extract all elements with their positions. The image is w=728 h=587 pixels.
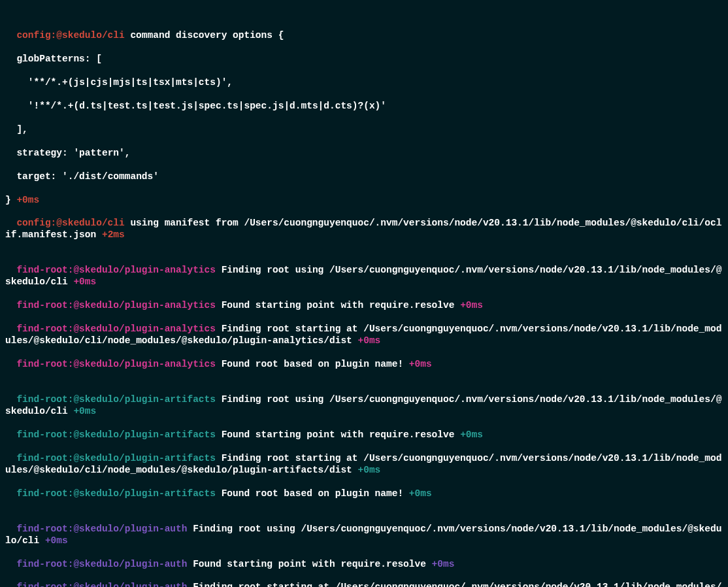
timestamp: +0ms [409, 488, 432, 499]
timestamp: +2ms [102, 229, 125, 240]
timestamp: +0ms [358, 465, 381, 475]
log-line: find-root:@skedulo/plugin-analytics Foun… [5, 359, 723, 371]
log-line: find-root:@skedulo/plugin-analytics Find… [5, 265, 723, 288]
namespace-config: config:@skedulo/cli [16, 30, 124, 41]
log-line: find-root:@skedulo/plugin-artifacts Find… [5, 453, 723, 477]
namespace-analytics: find-root:@skedulo/plugin-analytics [16, 265, 216, 275]
timestamp: +0ms [73, 277, 96, 287]
log-line: } +0ms [5, 195, 723, 207]
log-line: find-root:@skedulo/plugin-artifacts Foun… [5, 488, 723, 500]
log-line: find-root:@skedulo/plugin-auth Finding r… [5, 524, 723, 547]
timestamp: +0ms [16, 195, 39, 205]
namespace-artifacts: find-root:@skedulo/plugin-artifacts [16, 394, 216, 405]
log-line: '!**/*.+(d.ts|test.ts|test.js|spec.ts|sp… [5, 101, 723, 112]
log-line: strategy: 'pattern', [5, 148, 723, 159]
log-line: find-root:@skedulo/plugin-artifacts Foun… [5, 429, 723, 441]
timestamp: +0ms [409, 359, 432, 369]
log-line: ], [5, 124, 723, 136]
log-line: find-root:@skedulo/plugin-auth Found sta… [5, 559, 723, 571]
log-line: target: './dist/commands' [5, 171, 723, 183]
namespace-config: config:@skedulo/cli [16, 218, 124, 228]
log-line: config:@skedulo/cli using manifest from … [5, 218, 723, 241]
log-line: '**/*.+(js|cjs|mjs|ts|tsx|mts|cts)', [5, 77, 723, 89]
log-line: config:@skedulo/cli command discovery op… [5, 30, 723, 42]
timestamp: +0ms [460, 429, 483, 440]
timestamp: +0ms [460, 300, 483, 310]
timestamp: +0ms [432, 559, 455, 569]
timestamp: +0ms [358, 335, 381, 346]
terminal-output[interactable]: config:@skedulo/cli command discovery op… [0, 0, 728, 587]
log-line: find-root:@skedulo/plugin-auth Finding r… [5, 582, 723, 587]
log-line: globPatterns: [ [5, 54, 723, 65]
log-line: find-root:@skedulo/plugin-artifacts Find… [5, 394, 723, 418]
namespace-auth: find-root:@skedulo/plugin-auth [16, 524, 187, 534]
timestamp: +0ms [73, 406, 96, 416]
log-line: find-root:@skedulo/plugin-analytics Find… [5, 324, 723, 347]
log-line: find-root:@skedulo/plugin-analytics Foun… [5, 300, 723, 312]
timestamp: +0ms [45, 535, 68, 546]
